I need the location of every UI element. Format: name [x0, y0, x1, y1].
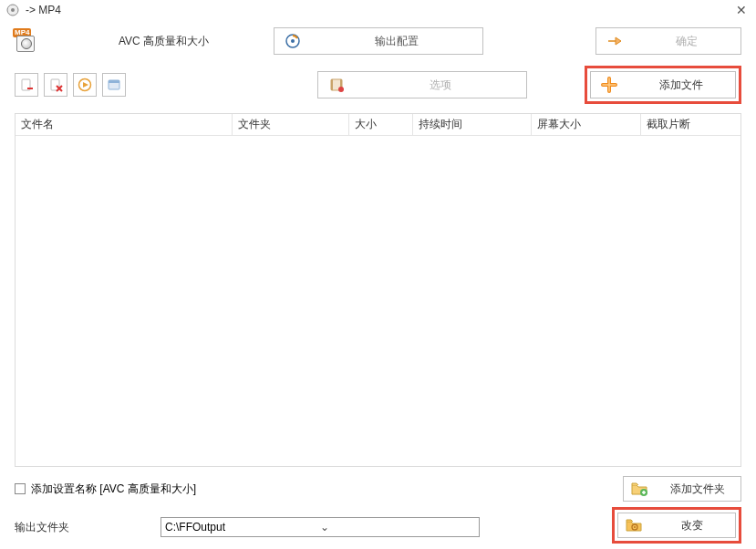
folder-plus-icon [624, 482, 655, 496]
add-folder-label: 添加文件夹 [655, 482, 740, 497]
add-profile-name-label: 添加设置名称 [AVC 高质量和大小] [31, 482, 196, 497]
bottom-panel: 添加设置名称 [AVC 高质量和大小] 添加文件夹 输出文件夹 [0, 471, 756, 549]
change-folder-label: 改变 [649, 518, 735, 533]
change-highlight: 改变 [612, 507, 741, 544]
options-button[interactable]: 选项 [317, 71, 527, 98]
ok-button[interactable]: 确定 [595, 27, 741, 55]
svg-rect-9 [109, 80, 119, 83]
col-duration[interactable]: 持续时间 [413, 114, 532, 135]
svg-point-16 [634, 526, 636, 528]
film-icon [318, 77, 355, 93]
file-table: 文件名 文件夹 大小 持续时间 屏幕大小 截取片断 [15, 113, 741, 467]
info-button[interactable] [102, 73, 126, 97]
table-header: 文件名 文件夹 大小 持续时间 屏幕大小 截取片断 [16, 114, 740, 136]
output-folder-value: C:\FFOutput [165, 521, 320, 533]
col-clip[interactable]: 截取片断 [641, 114, 740, 135]
play-button[interactable] [73, 73, 97, 97]
clear-all-button[interactable] [44, 73, 67, 97]
col-folder[interactable]: 文件夹 [233, 114, 349, 135]
output-folder-label: 输出文件夹 [15, 520, 161, 535]
add-file-button[interactable]: 添加文件 [590, 71, 736, 98]
remove-item-button[interactable] [15, 73, 38, 97]
doc-x-icon [48, 78, 63, 92]
svg-rect-11 [331, 79, 333, 90]
add-file-highlight: 添加文件 [585, 66, 741, 104]
change-folder-button[interactable]: 改变 [617, 513, 736, 538]
window-title: -> MP4 [26, 4, 732, 16]
top-config: MP4 AVC 高质量和大小 输出配置 [0, 20, 756, 108]
play-icon [78, 78, 92, 92]
output-config-label: 输出配置 [311, 34, 482, 49]
ok-label: 确定 [633, 34, 740, 49]
close-button[interactable]: ✕ [732, 3, 751, 17]
col-size[interactable]: 大小 [349, 114, 413, 135]
folder-gear-icon [618, 518, 649, 533]
add-file-label: 添加文件 [627, 78, 735, 93]
add-profile-name-checkbox[interactable] [15, 483, 26, 494]
svg-point-13 [338, 87, 344, 92]
add-folder-button[interactable]: 添加文件夹 [623, 476, 741, 502]
gear-icon [274, 33, 311, 49]
chevron-down-icon: ⌄ [320, 521, 475, 533]
row-add-profile-name: 添加设置名称 [AVC 高质量和大小] 添加文件夹 [15, 476, 741, 502]
output-config-button[interactable]: 输出配置 [274, 27, 483, 55]
svg-point-1 [11, 8, 15, 12]
small-toolbar [15, 73, 126, 97]
col-filename[interactable]: 文件名 [16, 114, 233, 135]
doc-minus-icon [19, 78, 34, 92]
row-output-folder: 输出文件夹 C:\FFOutput ⌄ 改变 [15, 511, 741, 544]
arrow-right-icon [596, 33, 633, 49]
options-label: 选项 [355, 78, 526, 93]
output-folder-combo[interactable]: C:\FFOutput ⌄ [161, 517, 480, 537]
svg-point-3 [291, 39, 295, 43]
table-body[interactable] [16, 136, 740, 466]
col-screen-size[interactable]: 屏幕大小 [532, 114, 641, 135]
plus-icon [591, 77, 627, 93]
mp4-file-icon: MP4 [15, 30, 36, 52]
titlebar: -> MP4 ✕ [0, 0, 756, 20]
info-panel-icon [107, 78, 121, 92]
row-toolbar: 选项 添加文件 [15, 66, 741, 104]
app-icon [5, 3, 20, 17]
row-profile: MP4 AVC 高质量和大小 输出配置 [15, 27, 741, 55]
profile-label: AVC 高质量和大小 [119, 34, 264, 49]
